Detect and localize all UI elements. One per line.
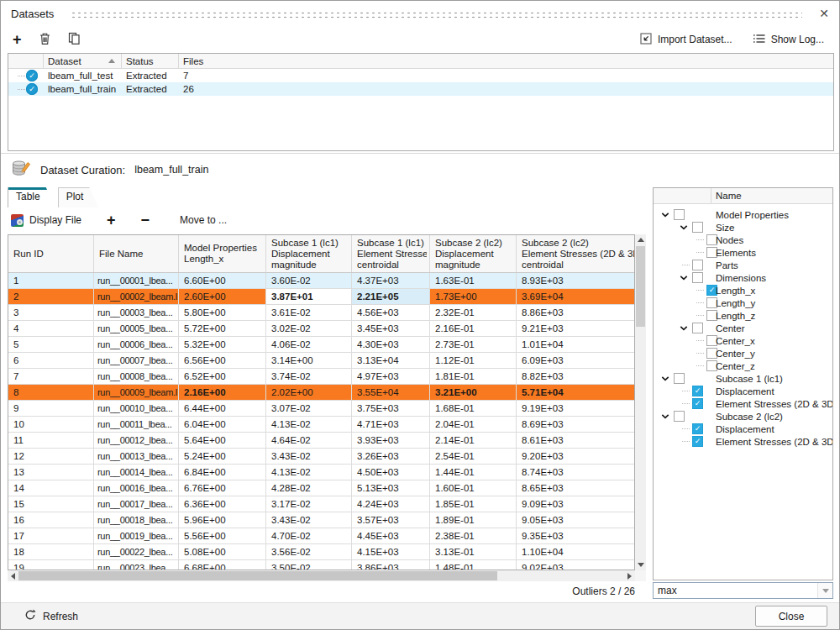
dataset-row[interactable]: ✓lbeam_full_trainExtracted26	[8, 82, 833, 96]
table-row[interactable]: 17run__00019_lbea...5.56E+004.70E-024.45…	[8, 528, 634, 544]
tree-item[interactable]: ✓Element Stresses (2D & 3D)	[654, 397, 832, 410]
value-cell[interactable]: 3.13E-01	[430, 544, 517, 559]
value-cell[interactable]: 9.05E+03	[517, 512, 635, 528]
value-cell[interactable]: 9.20E+03	[517, 449, 635, 464]
tree-checkbox[interactable]: ✓	[692, 423, 703, 434]
vertical-scrollbar-thumb[interactable]	[636, 246, 645, 327]
value-cell[interactable]: 6.60E+00	[179, 273, 266, 288]
value-cell[interactable]: 6.84E+00	[179, 465, 266, 480]
value-cell[interactable]: 3.26E+03	[352, 449, 430, 464]
table-row[interactable]: 9run__00010_lbea...6.44E+003.07E-023.75E…	[8, 401, 634, 417]
column-header[interactable]: File Name	[94, 235, 179, 272]
table-row[interactable]: 16run__00018_lbea...5.96E+003.43E-023.57…	[8, 512, 634, 528]
value-cell[interactable]: 6.44E+00	[179, 401, 266, 416]
value-cell[interactable]: 2.54E-01	[430, 449, 517, 464]
value-cell[interactable]: 4.28E-02	[266, 480, 352, 496]
value-cell[interactable]: 4.15E+03	[352, 544, 430, 559]
chevron-down-icon[interactable]	[680, 224, 688, 231]
value-cell[interactable]: 4.56E+03	[352, 305, 430, 320]
chevron-down-icon[interactable]	[661, 413, 669, 420]
table-row[interactable]: 12run__00013_lbea...5.24E+003.43E-023.26…	[8, 449, 634, 465]
value-cell[interactable]: 9.35E+03	[517, 528, 635, 543]
table-row[interactable]: 10run__00011_lbea...6.04E+004.13E-024.71…	[8, 417, 634, 433]
value-cell[interactable]: 9.02E+03	[517, 560, 635, 570]
value-cell[interactable]: 3.57E+03	[352, 512, 430, 528]
scroll-right-button[interactable]	[624, 570, 635, 581]
tree-checkbox[interactable]	[692, 272, 703, 283]
table-row[interactable]: 8run__00009_lbeam.l2.16E+002.02E+003.55E…	[8, 385, 634, 401]
value-cell[interactable]: 1.85E-01	[430, 496, 517, 512]
value-cell[interactable]: 4.13E-02	[266, 417, 352, 432]
value-cell[interactable]: 5.56E+00	[179, 528, 266, 543]
column-header[interactable]: Subcase 2 (lc2)Element Stresses (2D & 3D…	[517, 235, 635, 272]
value-cell[interactable]: 4.13E-02	[266, 465, 352, 480]
scroll-up-button[interactable]	[635, 234, 646, 245]
value-cell[interactable]: 6.09E+03	[517, 353, 635, 368]
table-row[interactable]: 11run__00012_lbea...5.64E+004.64E-023.93…	[8, 433, 634, 449]
tree-item[interactable]: Length_z	[654, 309, 832, 322]
column-header[interactable]: Subcase 1 (lc1)Element Stresses (2centro…	[352, 235, 430, 272]
chevron-down-icon[interactable]	[680, 275, 688, 281]
value-cell[interactable]: 9.09E+03	[517, 496, 635, 512]
tree-item[interactable]: Nodes	[654, 234, 832, 246]
value-cell[interactable]: 3.75E+03	[352, 401, 430, 416]
value-cell[interactable]: 6.68E+00	[179, 560, 266, 570]
horizontal-scrollbar[interactable]	[8, 570, 635, 581]
value-cell[interactable]: 5.24E+00	[179, 449, 266, 464]
value-cell[interactable]: 1.48E-01	[430, 560, 517, 570]
value-cell[interactable]: 6.76E+00	[179, 480, 266, 496]
value-cell[interactable]: 1.01E+04	[517, 337, 635, 352]
value-cell[interactable]: 9.21E+03	[517, 321, 635, 336]
value-cell[interactable]: 1.68E-01	[430, 401, 517, 416]
value-cell[interactable]: 4.71E+03	[352, 417, 430, 432]
value-cell[interactable]: 8.61E+03	[517, 433, 635, 448]
value-cell[interactable]: 4.97E+03	[352, 369, 430, 384]
value-cell[interactable]: 3.74E-02	[266, 369, 352, 384]
tree-item[interactable]: Center_x	[654, 334, 832, 347]
chevron-down-icon[interactable]	[680, 325, 688, 332]
tree-item[interactable]: Subcase 2 (lc2)	[654, 410, 832, 423]
value-cell[interactable]: 3.45E+03	[352, 321, 430, 336]
value-cell[interactable]: 8.93E+03	[517, 273, 635, 288]
value-cell[interactable]: 3.55E+04	[352, 385, 430, 400]
status-column-header[interactable]: Status	[122, 54, 179, 68]
table-row[interactable]: 19run__00023_lbea...6.68E+003.50E-023.86…	[8, 560, 634, 570]
value-cell[interactable]: 3.17E-02	[266, 496, 352, 512]
value-cell[interactable]: 5.13E+03	[352, 480, 430, 496]
value-cell[interactable]: 5.72E+00	[179, 321, 266, 336]
tree-item[interactable]: Center	[654, 322, 832, 334]
value-cell[interactable]: 3.21E+00	[430, 385, 517, 400]
vertical-scrollbar[interactable]	[635, 234, 646, 570]
scroll-down-button[interactable]	[635, 559, 646, 570]
value-cell[interactable]: 3.93E+03	[352, 433, 430, 448]
scroll-left-button[interactable]	[8, 570, 18, 581]
value-cell[interactable]: 3.86E+03	[352, 560, 430, 570]
display-file-button[interactable]: Display File	[11, 214, 81, 227]
tree-checkbox[interactable]	[674, 373, 685, 384]
value-cell[interactable]: 3.13E+04	[352, 353, 430, 368]
value-cell[interactable]: 3.50E-02	[266, 560, 352, 570]
table-row[interactable]: 4run__00005_lbea...5.72E+003.02E-023.45E…	[8, 321, 634, 337]
value-cell[interactable]: 2.02E+00	[266, 385, 352, 400]
value-cell[interactable]: 3.61E-02	[266, 305, 352, 320]
value-cell[interactable]: 8.86E+03	[517, 305, 635, 320]
value-cell[interactable]: 4.24E+03	[352, 496, 430, 512]
value-cell[interactable]: 3.43E-02	[266, 449, 352, 464]
value-cell[interactable]: 3.02E-02	[266, 321, 352, 336]
value-cell[interactable]: 9.19E+03	[517, 401, 635, 416]
value-cell[interactable]: 2.21E+05	[352, 289, 430, 304]
value-cell[interactable]: 2.14E-01	[430, 433, 517, 448]
table-row[interactable]: 5run__00006_lbea...5.32E+004.06E-024.30E…	[8, 337, 634, 353]
value-cell[interactable]: 1.10E+04	[517, 544, 635, 559]
tree-item[interactable]: Subcase 1 (lc1)	[654, 372, 832, 385]
value-cell[interactable]: 1.12E-01	[430, 353, 517, 368]
value-cell[interactable]: 3.14E+00	[266, 353, 352, 368]
value-cell[interactable]: 5.32E+00	[179, 337, 266, 352]
table-row[interactable]: 1run__00001_lbea...6.60E+003.60E-024.37E…	[8, 273, 634, 289]
table-row[interactable]: 18run__00022_lbea...5.08E+003.56E-024.15…	[8, 544, 634, 560]
column-header[interactable]: Subcase 2 (lc2)Displacementmagnitude	[430, 235, 517, 272]
value-cell[interactable]: 2.73E-01	[430, 337, 517, 352]
tree-checkbox[interactable]: ✓	[692, 436, 703, 447]
tree-checkbox[interactable]: ✓	[692, 386, 703, 396]
value-cell[interactable]: 4.06E-02	[266, 337, 352, 352]
